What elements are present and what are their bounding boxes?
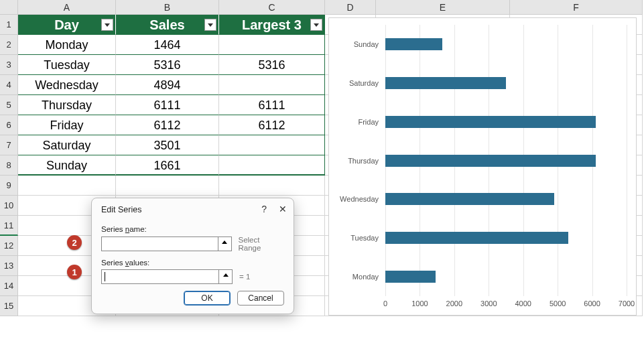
row-header[interactable]: 9 [0,176,18,196]
cell[interactable] [219,176,325,196]
category-label: Saturday [349,79,379,87]
cancel-button[interactable]: Cancel [237,291,284,306]
chart-bar[interactable] [385,232,568,244]
series-values-input[interactable] [101,269,219,284]
category-label: Friday [358,118,379,126]
axis-tick: 6000 [584,299,600,308]
row-header[interactable]: 15 [0,296,18,316]
cell[interactable]: 5316 [116,55,219,75]
filter-dropdown-icon[interactable] [310,19,322,31]
cell[interactable]: Friday [18,115,116,135]
cell[interactable]: Wednesday [18,75,116,95]
axis-tick: 0 [383,299,387,308]
help-icon[interactable]: ? [261,204,267,214]
col-header-f[interactable]: F [510,0,643,15]
cell[interactable]: 6111 [219,95,325,115]
cell[interactable] [219,35,325,55]
cell[interactable] [219,155,325,176]
row-header[interactable]: 11 [0,216,18,236]
series-name-input[interactable] [101,236,218,251]
chart-bar[interactable] [385,155,596,167]
col-header-b[interactable]: B [116,0,219,15]
category-label: Thursday [348,157,379,165]
axis-tick: 1000 [411,299,428,308]
collapse-range-icon[interactable] [218,236,232,251]
collapse-range-icon[interactable] [219,269,233,284]
chart-bar[interactable] [385,116,596,128]
cell[interactable]: Largest 3 [219,15,325,35]
row-header[interactable]: 5 [0,95,18,115]
callout-badge-1: 1 [67,265,82,279]
cell[interactable]: 6112 [116,115,219,135]
row-header[interactable]: 1 [0,15,18,35]
chart-bar[interactable] [385,271,436,283]
axis-tick: 4000 [515,299,531,308]
axis-tick: 7000 [619,299,635,308]
row-header[interactable]: 2 [0,35,18,55]
select-all-corner[interactable] [0,0,18,15]
cell[interactable]: Saturday [18,135,116,155]
ok-button[interactable]: OK [184,291,231,306]
chart-bar[interactable] [385,38,442,50]
series-values-label: Series values: [101,259,284,267]
cell[interactable]: Sales [116,15,219,35]
cell[interactable]: 4894 [116,75,219,95]
category-label: Monday [352,273,379,281]
row-header[interactable]: 6 [0,115,18,135]
category-label: Wednesday [340,195,379,203]
cell[interactable] [219,135,325,155]
col-header-d[interactable]: D [325,0,376,15]
bar-chart[interactable]: 01000200030004000500060007000 SundaySatu… [328,17,637,316]
close-icon[interactable]: ✕ [279,204,287,214]
axis-tick: 2000 [446,299,462,308]
row-header[interactable]: 8 [0,155,18,176]
row-header[interactable]: 14 [0,276,18,296]
column-headers: A B C D E F [0,0,644,15]
row-header[interactable]: 13 [0,256,18,276]
chart-bar[interactable] [385,193,554,205]
cell[interactable]: Sunday [18,155,116,176]
cell[interactable]: 5316 [219,55,325,75]
category-label: Tuesday [350,234,379,242]
cell[interactable]: 6111 [116,95,219,115]
cell[interactable]: 1464 [116,35,219,55]
col-header-a[interactable]: A [18,0,116,15]
axis-tick: 3000 [480,299,497,308]
col-header-e[interactable]: E [376,0,510,15]
cell[interactable] [219,75,325,95]
row-header[interactable]: 12 [0,236,18,256]
col-header-c[interactable]: C [219,0,325,15]
chart-plot-area [385,25,627,296]
cell[interactable] [116,176,219,196]
axis-tick: 5000 [550,299,566,308]
category-label: Sunday [354,40,379,48]
cell[interactable]: 6112 [219,115,325,135]
chart-x-axis: 01000200030004000500060007000 [385,299,627,314]
filter-dropdown-icon[interactable] [204,19,216,31]
cell[interactable]: Thursday [18,95,116,115]
row-header[interactable]: 3 [0,55,18,75]
chart-bar[interactable] [385,77,506,89]
cell[interactable]: Monday [18,35,116,55]
cell[interactable]: 3501 [116,135,219,155]
cell[interactable] [18,176,116,196]
callout-badge-2: 2 [67,235,82,250]
filter-dropdown-icon[interactable] [101,19,113,31]
edit-series-dialog: Edit Series ? ✕ Series name: Select Rang… [91,198,294,314]
series-values-hint: = 1 [239,273,250,281]
series-name-hint: Select Range [239,236,284,252]
cell[interactable]: Day [18,15,116,35]
dialog-title: Edit Series [101,205,284,214]
row-header[interactable]: 4 [0,75,18,95]
row-header[interactable]: 7 [0,135,18,155]
cell[interactable]: 1661 [116,155,219,176]
series-name-label: Series name: [101,225,284,233]
cell[interactable]: Tuesday [18,55,116,75]
row-header[interactable]: 10 [0,196,18,216]
